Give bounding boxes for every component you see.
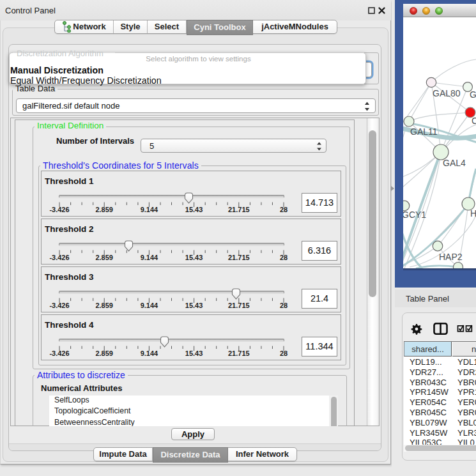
svg-text:GAL80: GAL80 <box>433 88 461 98</box>
svg-text:HAP2: HAP2 <box>439 252 463 262</box>
svg-text:GAL11: GAL11 <box>410 127 438 137</box>
svg-text:H: H <box>470 208 476 219</box>
svg-text:GAL4: GAL4 <box>443 158 466 168</box>
svg-text:GCY1: GCY1 <box>403 210 426 220</box>
svg-text:GA: GA <box>470 89 476 100</box>
svg-text:C: C <box>472 116 476 126</box>
